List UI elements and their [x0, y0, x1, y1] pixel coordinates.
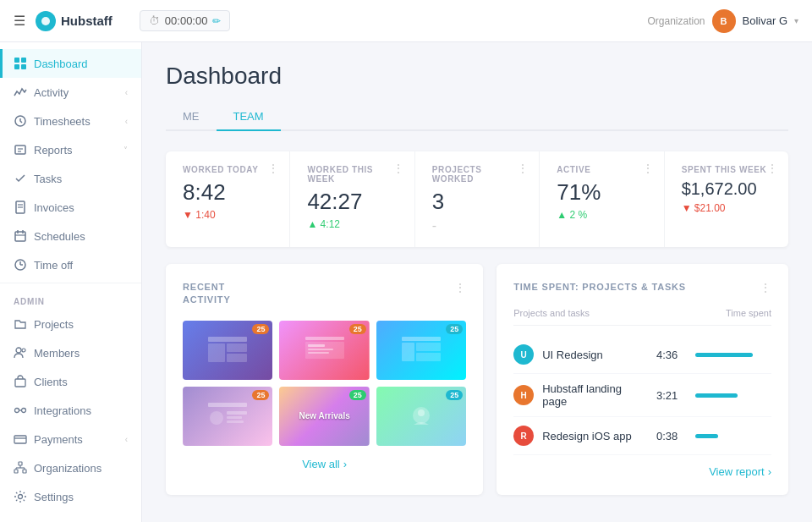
sidebar-item-activity[interactable]: Activity ‹: [0, 78, 141, 107]
svg-rect-25: [14, 436, 26, 443]
svg-rect-41: [308, 344, 325, 347]
ts-bar-2: [695, 393, 738, 398]
sidebar-item-timesheets[interactable]: Timesheets ‹: [0, 107, 141, 135]
stat-spent: ⋮ SPENT THIS WEEK $1,672.00 ▼ $21.00: [665, 151, 788, 247]
time-spent-header: TIME SPENT: PROJECTS & TASKS ⋮: [513, 281, 771, 294]
sidebar-item-integrations[interactable]: Integrations: [0, 396, 141, 425]
tab-team[interactable]: TEAM: [217, 103, 281, 131]
ts-dot-2: H: [513, 385, 534, 405]
activity-arrow: ‹: [125, 88, 128, 97]
payments-icon: [14, 432, 27, 446]
sidebar-item-timesheets-label: Timesheets: [34, 115, 118, 128]
recent-activity-menu[interactable]: ⋮: [454, 281, 466, 294]
svg-rect-21: [15, 379, 25, 387]
svg-rect-4: [21, 64, 26, 69]
sidebar-item-reports[interactable]: Reports ˅: [0, 135, 141, 164]
activity-thumb-4[interactable]: 25: [183, 387, 272, 446]
sidebar-item-members[interactable]: Members: [0, 338, 141, 367]
view-report-link[interactable]: View report ›: [513, 455, 771, 478]
thumb-ui-4: [206, 401, 249, 431]
activity-thumb-1[interactable]: 25: [183, 321, 272, 380]
invoices-icon: [14, 201, 27, 214]
sidebar-item-payments[interactable]: Payments ‹: [0, 425, 141, 453]
svg-rect-44: [402, 337, 441, 341]
timer-area[interactable]: ⏱ 00:00:00 ✏: [140, 10, 231, 31]
logo: Hubstaff: [36, 11, 112, 31]
activity-thumb-2[interactable]: 25: [279, 321, 369, 380]
sidebar-item-projects[interactable]: Projects: [0, 310, 141, 338]
view-all-text: View all: [302, 458, 340, 470]
stat-spent-value: $1,672.00: [682, 179, 771, 199]
sidebar-divider: [0, 283, 141, 283]
ts-col-projects: Projects and tasks: [513, 308, 590, 318]
badge-3: 25: [446, 324, 463, 334]
ts-row-hubstaff-landing: H Hubstaff landing page 3:21: [513, 374, 771, 417]
sidebar-item-organizations-label: Organizations: [34, 462, 128, 475]
ts-dot-1: U: [513, 344, 534, 365]
stat-worked-week-value: 42:27: [307, 189, 397, 215]
sidebar-item-invoices-label: Invoices: [34, 201, 128, 214]
stat-worked-week: ⋮ WORKED THIS WEEK 42:27 ▲ 4:12: [290, 151, 414, 247]
activity-thumb-5[interactable]: 25 New Arrivals: [279, 387, 369, 446]
organizations-icon: [14, 461, 27, 475]
svg-rect-1: [14, 58, 19, 63]
sidebar-item-dashboard[interactable]: Dashboard: [0, 49, 141, 78]
stat-projects-delta: -: [432, 218, 522, 234]
stat-active: ⋮ ACTIVE 71% ▲ 2 %: [540, 151, 664, 247]
user-avatar: B: [712, 9, 736, 33]
panels-row: RECENTACTIVITY ⋮ 25: [166, 264, 788, 495]
badge-1: 25: [252, 324, 269, 334]
svg-rect-50: [227, 411, 247, 415]
stat-spent-menu[interactable]: ⋮: [766, 162, 778, 175]
logo-icon: [36, 11, 56, 31]
sidebar-item-activity-label: Activity: [34, 86, 118, 99]
time-spent-menu[interactable]: ⋮: [760, 281, 771, 294]
stat-active-label: ACTIVE: [557, 165, 646, 174]
thumb-ui-2: [304, 335, 346, 365]
stat-worked-week-menu[interactable]: ⋮: [392, 162, 404, 175]
view-all-link[interactable]: View all ›: [183, 458, 466, 470]
activity-thumb-6[interactable]: 25: [376, 387, 466, 446]
hamburger-menu[interactable]: ☰: [14, 13, 25, 29]
svg-point-49: [210, 411, 223, 425]
ts-bar-wrap-3: [695, 434, 771, 438]
timeoff-icon: [14, 258, 27, 272]
timer-icon: ⏱: [149, 14, 160, 27]
clients-icon: [14, 375, 27, 388]
org-label: Organization: [647, 15, 705, 27]
user-dropdown-icon[interactable]: ▾: [794, 16, 798, 25]
stat-active-delta: ▲ 2 %: [557, 209, 646, 221]
svg-rect-36: [208, 343, 225, 362]
sidebar-item-schedules[interactable]: Schedules: [0, 222, 141, 250]
svg-rect-37: [227, 343, 247, 352]
svg-rect-51: [227, 416, 242, 419]
timer-edit-icon[interactable]: ✏: [212, 15, 221, 27]
members-icon: [14, 346, 27, 360]
stat-worked-today-delta: ▼ 1:40: [183, 209, 272, 221]
stat-active-menu[interactable]: ⋮: [642, 162, 654, 175]
stat-projects-menu[interactable]: ⋮: [517, 162, 529, 175]
payments-arrow: ‹: [125, 435, 128, 444]
sidebar-item-clients[interactable]: Clients: [0, 367, 141, 396]
view-report-arrow: ›: [768, 465, 771, 478]
main-layout: Dashboard Activity ‹ Timesheets ‹ Report…: [0, 42, 812, 522]
stat-projects-value: 3: [432, 189, 522, 215]
stat-worked-today-menu[interactable]: ⋮: [267, 162, 279, 175]
stat-worked-week-delta: ▲ 4:12: [307, 218, 397, 230]
sidebar-item-timeoff[interactable]: Time off: [0, 250, 141, 279]
badge-6: 25: [446, 390, 463, 400]
sidebar-item-invoices[interactable]: Invoices: [0, 193, 141, 222]
main-content: Dashboard ME TEAM ⋮ WORKED TODAY 8:42 ▼ …: [142, 42, 812, 522]
svg-rect-6: [15, 146, 25, 154]
badge-5: 25: [349, 390, 366, 400]
sidebar-item-tasks[interactable]: Tasks: [0, 164, 141, 193]
page-title: Dashboard: [166, 63, 788, 90]
svg-point-34: [19, 495, 23, 499]
sidebar-item-settings[interactable]: Settings: [0, 482, 141, 511]
activity-thumb-3[interactable]: 25: [376, 321, 466, 380]
sidebar-item-schedules-label: Schedules: [34, 230, 128, 243]
tab-me[interactable]: ME: [166, 103, 217, 131]
ts-time-2: 3:21: [656, 389, 687, 402]
sidebar-item-organizations[interactable]: Organizations: [0, 453, 141, 482]
svg-point-54: [418, 409, 425, 416]
